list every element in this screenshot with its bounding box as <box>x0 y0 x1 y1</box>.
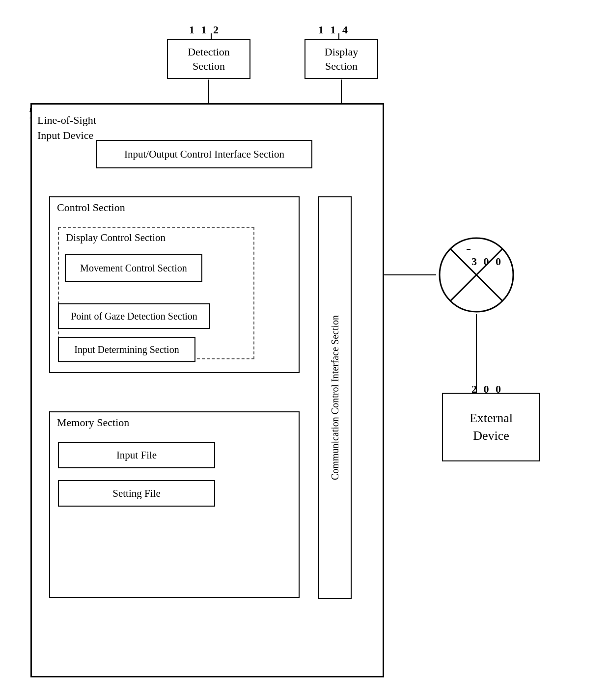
circle-x-symbol <box>437 236 516 314</box>
display-section-label2: Section <box>325 60 358 72</box>
detection-section-label: Detection <box>188 46 230 58</box>
label-112: 1 1 2 <box>189 24 221 36</box>
comm-control-box: Communication Control Interface Section <box>318 196 352 599</box>
movement-control-label: Movement Control Section <box>80 263 187 274</box>
control-section-label: Control Section <box>57 201 125 214</box>
input-determining-label: Input Determining Section <box>74 344 179 355</box>
detection-section-label2: Section <box>193 60 225 72</box>
setting-file-box: Setting File <box>58 480 215 507</box>
display-section-label1: Display <box>325 46 358 58</box>
io-control-label: Input/Output Control Interface Section <box>124 148 284 161</box>
setting-file-label: Setting File <box>112 487 160 500</box>
gaze-detection-box: Point of Gaze Detection Section <box>58 303 210 329</box>
detection-section-box: Detection Section <box>167 39 250 79</box>
io-control-box: Input/Output Control Interface Section <box>96 140 312 168</box>
main-device-label: Line-of-Sight Input Device <box>37 113 96 143</box>
input-file-box: Input File <box>58 442 215 468</box>
external-device-box: External Device <box>442 393 540 461</box>
diagram: 1 1 2 1 1 4 1 0 0 1 0 8 1 0 2 1 0 4 1 0 … <box>0 0 609 700</box>
input-determining-box: Input Determining Section <box>58 337 195 362</box>
gaze-detection-label: Point of Gaze Detection Section <box>71 311 197 322</box>
display-section-box: Display Section <box>304 39 378 79</box>
movement-control-box: Movement Control Section <box>65 254 202 282</box>
memory-section-label: Memory Section <box>57 416 129 429</box>
external-device-label: External Device <box>470 409 513 445</box>
label-114: 1 1 4 <box>318 24 350 36</box>
display-control-label: Display Control Section <box>66 232 166 244</box>
input-file-label: Input File <box>116 449 157 461</box>
comm-control-label: Communication Control Interface Section <box>329 315 341 480</box>
